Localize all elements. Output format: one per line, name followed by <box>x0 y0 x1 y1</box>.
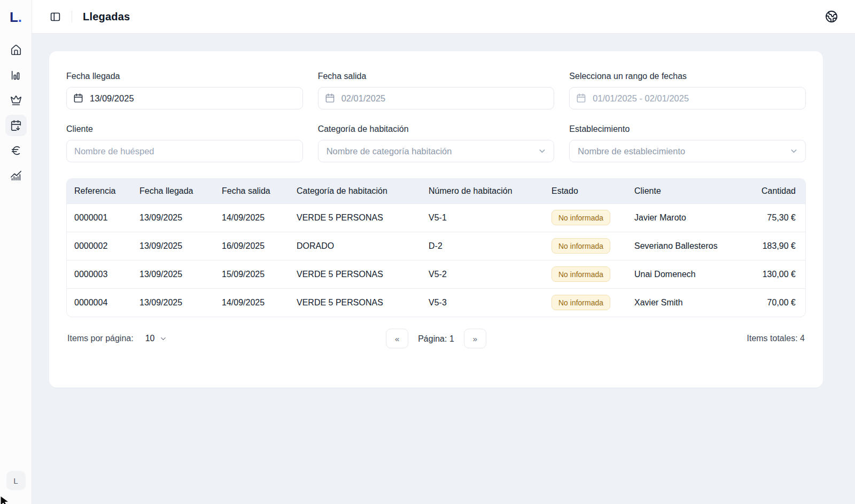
prev-page-button[interactable]: « <box>386 329 408 349</box>
filter-establecimiento: Establecimiento Nombre de establecimient… <box>569 124 806 162</box>
col-estado: Estado <box>544 179 627 203</box>
sidebar-toggle-button[interactable] <box>46 7 64 26</box>
cliente-label: Cliente <box>66 124 303 134</box>
col-referencia: Referencia <box>67 179 132 203</box>
cell-referencia: 0000001 <box>67 203 132 232</box>
cell-numero: D-2 <box>421 232 544 260</box>
col-categoria: Categoría de habitación <box>289 179 421 203</box>
establecimiento-select[interactable]: Nombre de establecimiento <box>569 140 806 162</box>
crown-icon <box>10 94 22 106</box>
cell-fecha-llegada: 13/09/2025 <box>132 203 214 232</box>
app-logo[interactable]: L. <box>10 6 22 28</box>
categoria-select-placeholder: Nombre de categoría habitación <box>327 146 452 156</box>
filter-cliente: Cliente <box>66 124 303 162</box>
status-badge: No informada <box>551 210 610 225</box>
arrivals-card: Fecha llegada Fecha salida <box>49 51 823 388</box>
table-row[interactable]: 0000001 13/09/2025 14/09/2025 VERDE 5 PE… <box>67 203 805 232</box>
cell-fecha-llegada: 13/09/2025 <box>132 232 214 260</box>
fecha-llegada-label: Fecha llegada <box>66 72 303 81</box>
cell-cliente: Severiano Ballesteros <box>627 232 751 260</box>
topbar-divider <box>72 11 72 22</box>
cell-fecha-llegada: 13/09/2025 <box>132 260 214 288</box>
cell-cliente: Unai Domenech <box>627 260 751 288</box>
page-title: Llegadas <box>83 11 130 23</box>
globe-icon <box>825 10 838 23</box>
content-area: Fecha llegada Fecha salida <box>32 34 855 504</box>
chevron-down-icon <box>789 147 798 156</box>
chevron-down-icon <box>159 335 167 343</box>
table-row[interactable]: 0000003 13/09/2025 15/09/2025 VERDE 5 PE… <box>67 260 805 288</box>
page-indicator: Página: 1 <box>418 334 454 343</box>
cell-estado: No informada <box>544 232 627 260</box>
chevron-down-icon <box>538 147 547 156</box>
sidebar-nav <box>5 40 27 186</box>
establecimiento-select-placeholder: Nombre de establecimiento <box>578 146 685 156</box>
calendar-arrow-down-icon <box>10 120 22 131</box>
cell-categoria: VERDE 5 PERSONAS <box>289 288 421 317</box>
categoria-label: Categoría de habitación <box>318 124 555 134</box>
language-globe-button[interactable] <box>823 8 840 25</box>
pagination-bar: Items por página: 10 « Página: 1 » Items… <box>66 327 806 350</box>
sidebar-item-reports[interactable] <box>5 165 27 186</box>
col-fecha-salida: Fecha salida <box>214 179 289 203</box>
sidebar-item-arrivals[interactable] <box>5 115 27 136</box>
items-per-page: Items por página: 10 <box>67 334 167 343</box>
sidebar-item-billing[interactable] <box>5 140 27 161</box>
cell-categoria: VERDE 5 PERSONAS <box>289 203 421 232</box>
sidebar-item-home[interactable] <box>5 40 27 61</box>
cliente-input[interactable] <box>66 140 303 162</box>
cell-estado: No informada <box>544 260 627 288</box>
cell-cantidad: 130,00 € <box>751 260 805 288</box>
cell-numero: V5-1 <box>421 203 544 232</box>
panel-left-icon <box>50 11 61 22</box>
cell-categoria: DORADO <box>289 232 421 260</box>
items-total: Items totales: 4 <box>747 334 805 343</box>
cell-cliente: Javier Maroto <box>627 203 751 232</box>
cell-estado: No informada <box>544 288 627 317</box>
filters: Fecha llegada Fecha salida <box>66 72 806 162</box>
app-logo-letter: L <box>10 9 18 25</box>
items-per-page-value: 10 <box>145 334 155 343</box>
cell-cantidad: 75,30 € <box>751 203 805 232</box>
items-per-page-label: Items por página: <box>67 334 134 343</box>
cell-cantidad: 183,90 € <box>751 232 805 260</box>
bar-chart-icon <box>10 69 22 81</box>
categoria-select[interactable]: Nombre de categoría habitación <box>318 140 555 162</box>
cell-referencia: 0000003 <box>67 260 132 288</box>
cell-fecha-llegada: 13/09/2025 <box>132 288 214 317</box>
status-badge: No informada <box>551 238 610 254</box>
page-navigation: « Página: 1 » <box>386 329 486 349</box>
establecimiento-label: Establecimiento <box>569 124 806 134</box>
fecha-salida-label: Fecha salida <box>318 72 555 81</box>
cell-cliente: Xavier Smith <box>627 288 751 317</box>
cell-fecha-salida: 15/09/2025 <box>214 260 289 288</box>
cell-numero: V5-2 <box>421 260 544 288</box>
cell-fecha-salida: 16/09/2025 <box>214 232 289 260</box>
cell-fecha-salida: 14/09/2025 <box>214 203 289 232</box>
table-header-row: Referencia Fecha llegada Fecha salida Ca… <box>67 179 805 203</box>
sidebar-item-statistics[interactable] <box>5 65 27 86</box>
filter-rango-fechas: Selecciona un rango de fechas <box>569 72 806 109</box>
fecha-llegada-input[interactable] <box>66 87 303 109</box>
cell-estado: No informada <box>544 203 627 232</box>
table-row[interactable]: 0000004 13/09/2025 14/09/2025 VERDE 5 PE… <box>67 288 805 317</box>
table-row[interactable]: 0000002 13/09/2025 16/09/2025 DORADO D-2… <box>67 232 805 260</box>
user-avatar[interactable]: L <box>6 471 26 490</box>
col-fecha-llegada: Fecha llegada <box>132 179 214 203</box>
arrivals-table: Referencia Fecha llegada Fecha salida Ca… <box>66 178 806 317</box>
cell-fecha-salida: 14/09/2025 <box>214 288 289 317</box>
sidebar-item-premium[interactable] <box>5 90 27 111</box>
status-badge: No informada <box>551 295 610 310</box>
cell-categoria: VERDE 5 PERSONAS <box>289 260 421 288</box>
filter-fecha-salida: Fecha salida <box>318 72 555 109</box>
rango-fechas-label: Selecciona un rango de fechas <box>569 72 806 81</box>
home-icon <box>10 44 22 56</box>
fecha-salida-input[interactable] <box>318 87 555 109</box>
topbar: Llegadas <box>32 0 855 34</box>
items-per-page-select[interactable]: 10 <box>145 334 168 343</box>
next-page-button[interactable]: » <box>464 329 486 349</box>
col-cliente: Cliente <box>627 179 751 203</box>
rango-fechas-input[interactable] <box>569 87 806 109</box>
col-numero: Número de habitación <box>421 179 544 203</box>
cell-cantidad: 70,00 € <box>751 288 805 317</box>
